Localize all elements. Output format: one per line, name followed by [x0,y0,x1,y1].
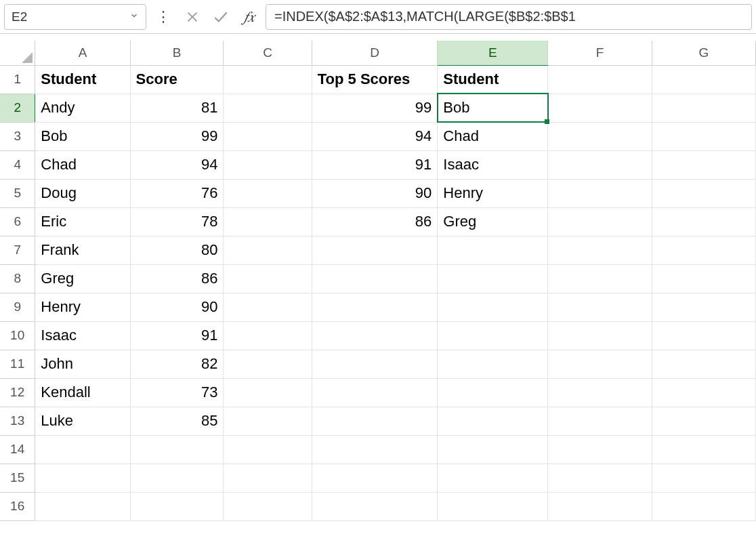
cell-G9[interactable] [652,293,755,321]
cell-G4[interactable] [652,150,755,179]
cell-F11[interactable] [548,350,652,378]
cell-G13[interactable] [652,407,755,435]
cell-A11[interactable]: John [35,350,130,378]
cell-A7[interactable]: Frank [35,236,130,264]
cell-E12[interactable] [438,378,548,407]
cell-F13[interactable] [548,407,652,435]
cell-D3[interactable]: 94 [312,122,438,150]
row-header-11[interactable]: 11 [0,350,35,378]
fx-icon[interactable]: 𝑓𝑥 [237,8,261,26]
cell-B6[interactable]: 78 [130,207,224,236]
cell-A8[interactable]: Greg [35,264,130,293]
cell-A4[interactable]: Chad [35,150,130,179]
cell-D11[interactable] [312,350,438,378]
cell-E1[interactable]: Student [438,65,548,94]
cell-F3[interactable] [548,122,652,150]
cell-D7[interactable] [312,236,438,264]
cell-G15[interactable] [652,464,755,492]
cell-F4[interactable] [548,150,652,179]
cell-G10[interactable] [652,321,755,350]
cell-G6[interactable] [652,207,755,236]
cell-A5[interactable]: Doug [35,179,130,207]
cell-F7[interactable] [548,236,652,264]
cell-A12[interactable]: Kendall [35,378,130,407]
cell-E4[interactable]: Isaac [438,150,548,179]
cell-G11[interactable] [652,350,755,378]
cell-E13[interactable] [438,407,548,435]
cell-B13[interactable]: 85 [130,407,224,435]
cell-C10[interactable] [224,321,312,350]
cell-B15[interactable] [130,464,224,492]
cell-F6[interactable] [548,207,652,236]
name-box[interactable]: E2 [4,4,146,30]
cell-E3[interactable]: Chad [438,122,548,150]
cell-E8[interactable] [438,264,548,293]
cell-A6[interactable]: Eric [35,207,130,236]
cell-E15[interactable] [438,464,548,492]
cell-G1[interactable] [652,65,755,94]
cell-A15[interactable] [35,464,130,492]
cell-C7[interactable] [224,236,312,264]
cell-E9[interactable] [438,293,548,321]
cell-F14[interactable] [548,435,652,464]
cell-B7[interactable]: 80 [130,236,224,264]
enter-check-icon[interactable] [209,5,233,29]
cell-E11[interactable] [438,350,548,378]
cell-F12[interactable] [548,378,652,407]
cell-G16[interactable] [652,492,755,520]
cell-C14[interactable] [224,435,312,464]
col-header-F[interactable]: F [548,41,652,65]
cell-A1[interactable]: Student [35,65,130,94]
cell-F16[interactable] [548,492,652,520]
cell-D13[interactable] [312,407,438,435]
row-header-10[interactable]: 10 [0,321,35,350]
cell-A14[interactable] [35,435,130,464]
cell-B5[interactable]: 76 [130,179,224,207]
cell-D15[interactable] [312,464,438,492]
cell-G2[interactable] [652,94,755,122]
cell-E16[interactable] [438,492,548,520]
cell-A10[interactable]: Isaac [35,321,130,350]
chevron-down-icon[interactable] [129,11,139,23]
row-header-6[interactable]: 6 [0,207,35,236]
cell-G7[interactable] [652,236,755,264]
col-header-C[interactable]: C [224,41,312,65]
col-header-E[interactable]: E [438,41,548,65]
row-header-15[interactable]: 15 [0,464,35,492]
cell-C2[interactable] [224,94,312,122]
col-header-A[interactable]: A [35,41,130,65]
cell-B16[interactable] [130,492,224,520]
row-header-7[interactable]: 7 [0,236,35,264]
cell-B10[interactable]: 91 [130,321,224,350]
formula-input[interactable]: =INDEX($A$2:$A$13,MATCH(LARGE($B$2:$B$1 [266,4,752,30]
cell-C4[interactable] [224,150,312,179]
col-header-G[interactable]: G [652,41,755,65]
row-header-9[interactable]: 9 [0,293,35,321]
cell-G8[interactable] [652,264,755,293]
cell-B1[interactable]: Score [130,65,224,94]
cell-D9[interactable] [312,293,438,321]
cell-C3[interactable] [224,122,312,150]
cell-B11[interactable]: 82 [130,350,224,378]
cell-E6[interactable]: Greg [438,207,548,236]
cell-D4[interactable]: 91 [312,150,438,179]
cell-G14[interactable] [652,435,755,464]
cell-G5[interactable] [652,179,755,207]
cell-A16[interactable] [35,492,130,520]
cell-C9[interactable] [224,293,312,321]
row-header-2[interactable]: 2 [0,94,35,122]
row-header-13[interactable]: 13 [0,407,35,435]
cell-D8[interactable] [312,264,438,293]
cell-F15[interactable] [548,464,652,492]
cell-B2[interactable]: 81 [130,94,224,122]
cell-D10[interactable] [312,321,438,350]
cell-D14[interactable] [312,435,438,464]
cell-B14[interactable] [130,435,224,464]
cell-B12[interactable]: 73 [130,378,224,407]
cell-D2[interactable]: 99 [312,94,438,122]
cell-C6[interactable] [224,207,312,236]
cell-C12[interactable] [224,378,312,407]
cell-B4[interactable]: 94 [130,150,224,179]
cell-G3[interactable] [652,122,755,150]
cell-F5[interactable] [548,179,652,207]
